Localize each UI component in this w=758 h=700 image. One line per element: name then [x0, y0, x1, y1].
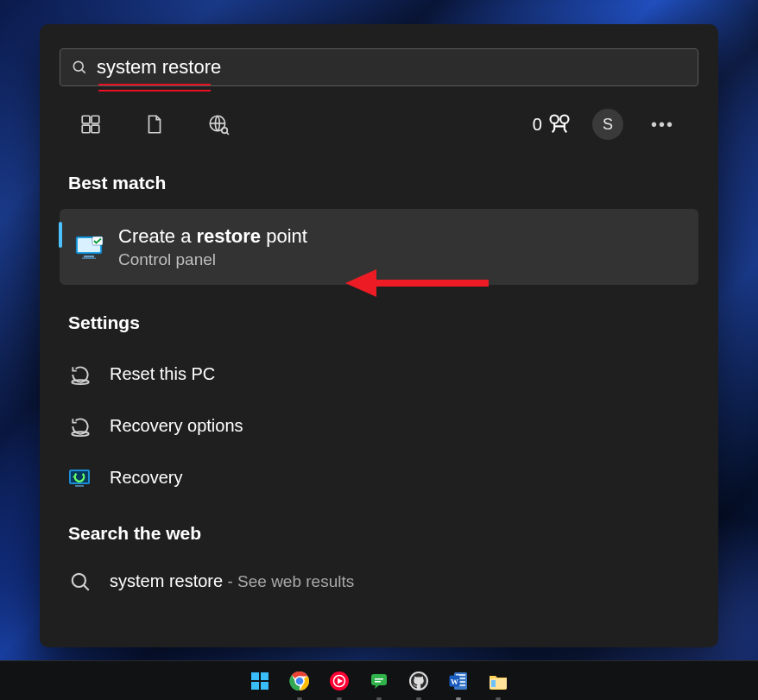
svg-rect-50	[491, 680, 496, 687]
search-icon	[71, 59, 88, 76]
svg-rect-40	[375, 681, 381, 683]
svg-rect-24	[75, 485, 84, 487]
svg-text:W: W	[451, 677, 458, 685]
best-match-heading: Best match	[68, 173, 698, 193]
svg-rect-13	[84, 255, 94, 258]
selection-indicator	[59, 222, 62, 248]
user-avatar[interactable]: S	[592, 109, 623, 140]
svg-rect-4	[82, 125, 90, 133]
svg-rect-30	[261, 682, 268, 690]
best-match-title: Create a restore point	[118, 224, 307, 249]
settings-item-recovery[interactable]: Recovery	[60, 452, 698, 504]
web-filter-icon[interactable]	[205, 110, 232, 138]
search-underline-annotation	[98, 84, 211, 85]
filter-row: 0 S •••	[60, 104, 698, 145]
svg-rect-3	[92, 116, 99, 123]
web-result-label: system restore - See web results	[110, 571, 354, 591]
best-match-subtitle: Control panel	[118, 250, 307, 269]
best-match-result[interactable]: Create a restore point Control panel	[60, 209, 698, 285]
svg-rect-29	[251, 682, 259, 690]
search-input[interactable]	[97, 56, 687, 79]
svg-rect-28	[261, 672, 268, 680]
svg-rect-2	[82, 116, 90, 123]
svg-line-8	[226, 132, 228, 134]
monitor-icon	[75, 236, 104, 258]
svg-rect-5	[92, 125, 99, 133]
svg-line-26	[84, 584, 89, 590]
settings-item-reset-pc[interactable]: Reset this PC	[60, 349, 698, 400]
svg-line-1	[82, 70, 85, 73]
svg-point-0	[73, 61, 83, 71]
settings-item-label: Recovery options	[110, 416, 243, 436]
svg-point-10	[560, 116, 568, 123]
web-result[interactable]: system restore - See web results	[60, 559, 698, 608]
taskbar-youtube-music[interactable]	[326, 668, 352, 694]
taskbar-start-button[interactable]	[247, 668, 273, 694]
start-search-panel: 0 S ••• Best match Create a restore poin…	[40, 24, 718, 647]
svg-point-7	[222, 128, 228, 134]
rewards-points[interactable]: 0	[533, 112, 572, 136]
taskbar-word[interactable]: W	[445, 668, 471, 694]
search-box[interactable]	[60, 48, 698, 86]
svg-rect-14	[82, 257, 96, 259]
settings-item-label: Reset this PC	[110, 364, 215, 384]
settings-item-recovery-options[interactable]: Recovery options	[60, 400, 698, 452]
svg-rect-27	[251, 672, 259, 680]
taskbar: W	[0, 660, 758, 700]
taskbar-chrome[interactable]	[287, 668, 313, 694]
svg-rect-39	[375, 678, 383, 680]
taskbar-github-desktop[interactable]	[406, 668, 432, 694]
reset-icon	[68, 414, 92, 438]
taskbar-chat[interactable]	[366, 668, 392, 694]
svg-point-25	[73, 573, 85, 586]
reset-icon	[68, 363, 92, 387]
rewards-points-count: 0	[533, 115, 542, 135]
recovery-app-icon	[68, 466, 92, 490]
svg-point-9	[550, 116, 558, 123]
taskbar-file-explorer[interactable]	[485, 668, 511, 694]
search-the-web-heading: Search the web	[68, 523, 698, 544]
documents-filter-icon[interactable]	[141, 110, 168, 138]
settings-heading: Settings	[68, 312, 698, 333]
apps-filter-icon[interactable]	[77, 110, 104, 138]
more-options-button[interactable]: •••	[644, 115, 681, 135]
search-icon	[68, 570, 92, 594]
settings-item-label: Recovery	[110, 468, 182, 488]
